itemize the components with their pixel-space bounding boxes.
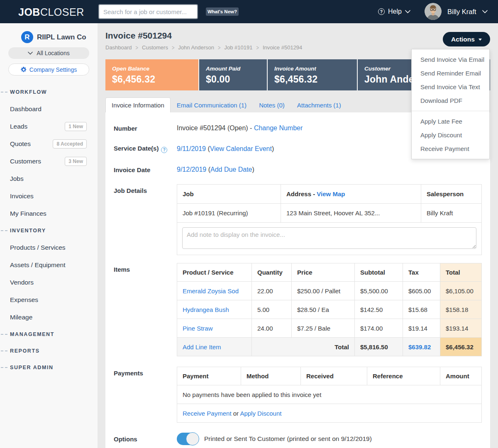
receive-payment-link[interactable]: Receive Payment: [183, 410, 232, 417]
number-value: Invoice #501294 (Open) - Change Number: [177, 124, 303, 132]
item-subtotal: $5,500.00: [355, 282, 403, 300]
items-total-label: Total: [252, 338, 355, 356]
item-price: $28.50 / Ea: [292, 300, 355, 319]
tab-invoice-information[interactable]: Invoice Information: [105, 97, 171, 112]
change-number-link[interactable]: Change Number: [254, 124, 303, 131]
gear-icon: [21, 67, 27, 73]
app-logo[interactable]: JOBCLOSER: [18, 6, 84, 18]
sidebar-item-jobs[interactable]: Jobs: [0, 170, 98, 187]
breadcrumb: Dashboard> Customers> John Anderson> Job…: [105, 44, 302, 51]
menu-item-receive-payment[interactable]: Receive Payment: [412, 142, 489, 156]
item-product-link[interactable]: Emerald Zoysia Sod: [183, 287, 239, 295]
items-col-price: Price: [292, 263, 355, 282]
item-product-link[interactable]: Hydrangea Bush: [183, 306, 229, 313]
view-map-link[interactable]: View Map: [317, 190, 345, 197]
menu-item-download-pdf[interactable]: Download PDF: [412, 94, 489, 107]
item-tax: $605.00: [403, 282, 440, 300]
items-col-product: Product / Service: [177, 263, 252, 282]
breadcrumb-customers[interactable]: Customers: [142, 44, 168, 51]
tab-notes[interactable]: Notes (0): [253, 97, 291, 112]
company-settings-label: Company Settings: [29, 66, 77, 73]
items-footer-total: $6,456.32: [440, 338, 482, 356]
menu-item-apply-discount[interactable]: Apply Discount: [412, 128, 489, 142]
job-details-label: Job Details: [114, 184, 177, 194]
sidebar-item-customers[interactable]: Customers3 New: [0, 153, 98, 170]
job-details-data-row: Job #10191 (Recurring) 123 Main Street, …: [177, 204, 482, 223]
menu-divider: [412, 111, 489, 111]
logo-light: CLOSER: [40, 6, 84, 18]
item-total: $193.14: [440, 319, 482, 338]
user-avatar[interactable]: [425, 3, 442, 20]
company-logo: R: [21, 31, 33, 43]
sidebar-item-invoices[interactable]: Invoices: [0, 187, 98, 205]
tab-attachments[interactable]: Attachments (1): [291, 97, 347, 112]
sidebar-section-management[interactable]: MANAGEMENT: [0, 326, 98, 343]
customers-badge: 3 New: [65, 157, 87, 166]
item-total: $6,105.00: [440, 282, 482, 300]
page-title: Invoice #501294: [105, 30, 302, 41]
sidebar-item-expenses[interactable]: Expenses: [0, 291, 98, 309]
invoice-date-value: 9/12/2019 (Add Due Date): [177, 166, 254, 173]
payments-col-amount: Amount: [440, 367, 482, 385]
global-search-input[interactable]: [98, 4, 198, 19]
whats-new-button[interactable]: What's New?: [206, 7, 239, 16]
question-circle-icon[interactable]: ?: [161, 147, 167, 153]
menu-item-send-invoice-text[interactable]: Send Invoice Via Text: [412, 80, 489, 94]
payments-col-reference: Reference: [367, 367, 440, 385]
breadcrumb-separator: >: [218, 44, 220, 51]
tab-email-communication[interactable]: Email Communication (1): [171, 97, 253, 112]
sidebar-item-my-finances[interactable]: My Finances: [0, 205, 98, 222]
menu-item-send-reminder-email[interactable]: Send Reminder Email: [412, 66, 489, 80]
sidebar-item-assets-equipment[interactable]: Assets / Equipment: [0, 256, 98, 274]
avatar-image: [425, 3, 442, 20]
printed-toggle[interactable]: [177, 433, 199, 445]
add-due-date-link[interactable]: Add Due Date: [210, 166, 252, 173]
user-menu[interactable]: Billy Kraft: [447, 0, 488, 23]
sidebar-item-dashboard[interactable]: Dashboard: [0, 100, 98, 118]
sidebar-item-products-services[interactable]: Products / Services: [0, 239, 98, 256]
sidebar-section-reports[interactable]: REPORTS: [0, 343, 98, 359]
location-filter-button[interactable]: All Locations: [8, 47, 89, 59]
service-date-link[interactable]: 9/11/2019: [177, 145, 206, 152]
invoice-date-link[interactable]: 9/12/2019: [177, 166, 206, 173]
user-name: Billy Kraft: [447, 8, 476, 16]
company-name: RIIPL Lawn Co: [37, 33, 86, 41]
breadcrumb-dashboard[interactable]: Dashboard: [105, 44, 132, 51]
items-col-quantity: Quantity: [252, 263, 292, 282]
payments-empty-message: No payments have been applied to this in…: [177, 385, 482, 404]
sidebar-item-quotes[interactable]: Quotes8 Accepted: [0, 135, 98, 153]
item-row: Emerald Zoysia Sod 22.00 $250.00 / Palle…: [177, 282, 482, 300]
view-calendar-event-link[interactable]: View Calendar Event: [210, 145, 272, 152]
company-settings-button[interactable]: Company Settings: [8, 63, 89, 75]
sidebar-item-vendors[interactable]: Vendors: [0, 274, 98, 291]
breadcrumb-invoice[interactable]: Invoice #501294: [263, 44, 302, 51]
breadcrumb-customer-name[interactable]: John Anderson: [178, 44, 214, 51]
items-footer-row: Add Line Item Total $5,816.50 $639.82 $6…: [177, 338, 482, 356]
payments-table: Payment Method Received Reference Amount…: [177, 367, 482, 423]
breadcrumb-job[interactable]: Job #10191: [225, 44, 253, 51]
payments-col-received: Received: [301, 367, 367, 385]
help-menu[interactable]: ? Help: [378, 0, 410, 23]
item-row: Hydrangea Bush 5.00 $28.50 / Ea $142.50 …: [177, 300, 482, 319]
items-col-total: Total: [440, 263, 482, 282]
invoice-information-panel: Number Invoice #501294 (Open) - Change N…: [105, 112, 490, 448]
sidebar-item-mileage[interactable]: Mileage: [0, 309, 98, 326]
menu-item-send-invoice-email[interactable]: Send Invoice Via Email: [412, 53, 489, 66]
payments-col-method: Method: [241, 367, 301, 385]
toggle-knob: [186, 432, 199, 446]
add-line-item-link[interactable]: Add Line Item: [183, 343, 221, 351]
sidebar-section-super-admin[interactable]: SUPER ADMIN: [0, 359, 98, 376]
item-product-link[interactable]: Pine Straw: [183, 325, 213, 332]
sidebar-item-leads[interactable]: Leads1 New: [0, 118, 98, 135]
item-subtotal: $142.50: [355, 300, 403, 319]
job-details-row: Job Details Job Address - View Map Sales…: [114, 184, 490, 255]
address-col-header: Address - View Map: [281, 185, 421, 204]
items-footer-subtotal: $5,816.50: [355, 338, 403, 356]
apply-discount-link[interactable]: Apply Discount: [240, 410, 281, 417]
invoice-note-textarea[interactable]: [182, 227, 476, 249]
actions-button[interactable]: Actions: [443, 32, 490, 46]
items-footer-tax-link[interactable]: $639.82: [408, 343, 431, 351]
job-cell[interactable]: Job #10191 (Recurring): [177, 204, 281, 223]
actions-dropdown-menu: Send Invoice Via Email Send Reminder Ema…: [411, 49, 490, 159]
menu-item-apply-late-fee[interactable]: Apply Late Fee: [412, 114, 489, 128]
